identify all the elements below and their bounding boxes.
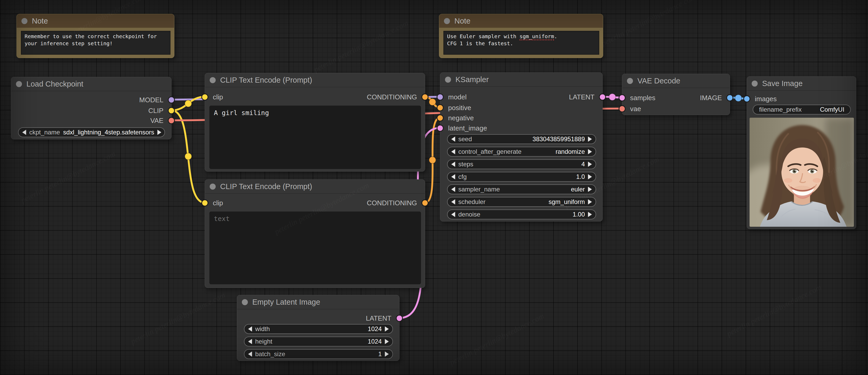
collapse-dot-icon[interactable]: [445, 76, 451, 83]
port-dot-conditioning[interactable]: [422, 199, 429, 207]
node-load-checkpoint[interactable]: Load Checkpoint MODEL CLIP VAE ckpt_name…: [11, 77, 172, 139]
port-dot-conditioning[interactable]: [422, 94, 429, 101]
collapse-dot-icon[interactable]: [210, 77, 216, 83]
widget-sampler-name[interactable]: sampler_name euler: [447, 184, 596, 194]
node-title-bar[interactable]: Load Checkpoint: [11, 77, 171, 91]
link-dot[interactable]: [185, 100, 192, 107]
decrement-arrow-icon[interactable]: [451, 187, 455, 192]
increment-arrow-icon[interactable]: [385, 326, 389, 332]
increment-arrow-icon[interactable]: [385, 351, 389, 357]
port-label: IMAGE: [700, 94, 722, 102]
increment-arrow-icon[interactable]: [588, 174, 592, 179]
widget-steps[interactable]: steps 4: [447, 159, 596, 169]
widget-batch-size[interactable]: batch_size 1: [244, 349, 393, 359]
widget-label: steps: [458, 161, 473, 168]
collapse-dot-icon[interactable]: [210, 184, 216, 190]
collapse-dot-icon[interactable]: [444, 18, 450, 24]
node-clip-text-encode-negative[interactable]: CLIP Text Encode (Prompt) clip CONDITION…: [205, 179, 425, 288]
port-dot-conditioning[interactable]: [437, 115, 444, 122]
port-dot-clip[interactable]: [168, 107, 175, 114]
widget-denoise[interactable]: denoise 1.00: [447, 210, 596, 219]
collapse-dot-icon[interactable]: [16, 81, 22, 87]
widget-label: sampler_name: [458, 186, 500, 193]
widget-seed[interactable]: seed 383043859951889: [447, 134, 596, 144]
port-dot-vae[interactable]: [168, 117, 175, 124]
widget-cfg[interactable]: cfg 1.0: [447, 172, 596, 182]
port-label: CONDITIONING: [367, 93, 417, 101]
decrement-arrow-icon[interactable]: [451, 136, 455, 142]
increment-arrow-icon[interactable]: [588, 199, 592, 205]
node-empty-latent-image[interactable]: Empty Latent Image LATENT width 1024 hei…: [237, 295, 400, 361]
textarea-placeholder: text: [214, 215, 229, 223]
increment-arrow-icon[interactable]: [588, 212, 592, 217]
note-textbox[interactable]: Remember to use the correct checkpoint f…: [21, 31, 170, 55]
node-title-bar[interactable]: Empty Latent Image: [237, 295, 399, 309]
link-dot[interactable]: [185, 153, 192, 160]
node-save-image[interactable]: Save Image images filename_prefix ComfyU…: [747, 76, 856, 229]
collapse-dot-icon[interactable]: [752, 81, 758, 87]
decrement-arrow-icon[interactable]: [248, 351, 252, 357]
node-note-left[interactable]: Note Remember to use the correct checkpo…: [17, 14, 175, 58]
link-dot[interactable]: [735, 95, 742, 101]
increment-arrow-icon[interactable]: [157, 130, 161, 135]
prompt-textarea[interactable]: A girl smiling: [209, 106, 421, 169]
decrement-arrow-icon[interactable]: [22, 130, 26, 135]
decrement-arrow-icon[interactable]: [248, 339, 252, 344]
link-dot[interactable]: [609, 94, 616, 100]
port-dot-latent[interactable]: [396, 315, 403, 322]
port-dot-conditioning[interactable]: [437, 104, 444, 112]
node-title-bar[interactable]: Save Image: [747, 76, 856, 91]
decrement-arrow-icon[interactable]: [451, 162, 455, 167]
node-title: KSampler: [456, 75, 489, 84]
input-port-images: images: [747, 94, 856, 104]
widget-height[interactable]: height 1024: [244, 337, 393, 346]
widget-ckpt-name[interactable]: ckpt_name sdxl_lightning_4step.safetenso…: [18, 127, 165, 137]
decrement-arrow-icon[interactable]: [451, 199, 455, 205]
decrement-arrow-icon[interactable]: [451, 174, 455, 179]
node-title-bar[interactable]: CLIP Text Encode (Prompt): [205, 73, 425, 87]
node-title-bar[interactable]: VAE Decode: [622, 74, 730, 88]
node-title-bar[interactable]: CLIP Text Encode (Prompt): [205, 180, 425, 194]
node-ksampler[interactable]: KSampler model positive negative latent_…: [440, 72, 602, 221]
collapse-dot-icon[interactable]: [242, 299, 248, 305]
decrement-arrow-icon[interactable]: [451, 149, 455, 154]
port-dot-latent[interactable]: [599, 94, 606, 101]
note-textbox[interactable]: Use Euler sampler with sgm_uniform. CFG …: [443, 31, 599, 55]
widget-label: ckpt_name: [29, 129, 60, 136]
decrement-arrow-icon[interactable]: [451, 212, 455, 217]
increment-arrow-icon[interactable]: [385, 339, 389, 344]
graph-canvas[interactable]: Note Remember to use the correct checkpo…: [0, 0, 868, 375]
node-clip-text-encode-positive[interactable]: CLIP Text Encode (Prompt) clip CONDITION…: [205, 73, 425, 171]
node-title-bar[interactable]: KSampler: [440, 73, 602, 87]
collapse-dot-icon[interactable]: [22, 18, 27, 24]
node-title-bar[interactable]: Note: [439, 14, 603, 28]
node-note-right[interactable]: Note Use Euler sampler with sgm_uniform.…: [439, 14, 603, 58]
node-title-bar[interactable]: Note: [17, 14, 174, 28]
widget-value: 1024: [273, 325, 382, 333]
link-dot[interactable]: [429, 157, 436, 163]
node-vae-decode[interactable]: VAE Decode samples vae IMAGE: [622, 74, 730, 115]
widget-label: filename_prefix: [759, 106, 802, 113]
increment-arrow-icon[interactable]: [588, 136, 592, 142]
widget-filename-prefix[interactable]: filename_prefix ComfyUI: [753, 104, 851, 115]
port-dot-vae[interactable]: [619, 105, 626, 113]
output-port-latent: LATENT: [237, 313, 399, 323]
widget-control-after-generate[interactable]: control_after_generate randomize: [447, 147, 596, 157]
decrement-arrow-icon[interactable]: [248, 326, 252, 332]
increment-arrow-icon[interactable]: [588, 149, 592, 154]
collapse-dot-icon[interactable]: [627, 78, 633, 84]
link-dot[interactable]: [429, 99, 436, 105]
port-dot-image[interactable]: [743, 95, 750, 102]
increment-arrow-icon[interactable]: [588, 162, 592, 167]
widget-value: 383043859951889: [475, 135, 585, 143]
increment-arrow-icon[interactable]: [588, 187, 592, 192]
port-dot-model[interactable]: [168, 96, 175, 103]
output-port-conditioning: CONDITIONING: [205, 92, 425, 102]
widget-scheduler[interactable]: scheduler sgm_uniform: [447, 197, 596, 207]
prompt-textarea[interactable]: text: [209, 212, 421, 284]
port-label: negative: [448, 114, 474, 122]
port-dot-latent[interactable]: [437, 125, 444, 132]
spellcheck-underline: sgm_uniform: [520, 33, 554, 40]
port-dot-image[interactable]: [726, 94, 733, 101]
widget-width[interactable]: width 1024: [244, 324, 393, 334]
